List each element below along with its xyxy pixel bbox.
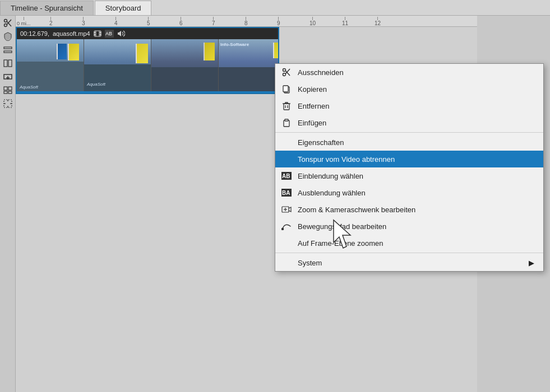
svg-rect-13 bbox=[8, 87, 12, 90]
copy-icon bbox=[281, 85, 292, 94]
scissors-icon bbox=[281, 68, 292, 77]
svg-rect-12 bbox=[4, 91, 7, 94]
menu-item-fade-out[interactable]: BA Ausblendung wählen bbox=[275, 184, 543, 201]
svg-rect-40 bbox=[285, 119, 288, 121]
svg-point-48 bbox=[282, 228, 284, 230]
fade-out-icon: BA bbox=[281, 189, 292, 197]
add-track-button[interactable] bbox=[2, 71, 14, 83]
menu-item-system[interactable]: System ▶ bbox=[275, 254, 543, 271]
toolbar-left bbox=[0, 16, 16, 392]
menu-item-frame-zoom[interactable]: Auf Frame-Ebene zoomen bbox=[275, 235, 543, 251]
protect-tool-button[interactable] bbox=[2, 30, 14, 43]
submenu-arrow-icon: ▶ bbox=[529, 259, 534, 267]
svg-rect-7 bbox=[8, 60, 12, 67]
menu-divider-2 bbox=[275, 253, 543, 253]
clip-timecode: 00:12.679, bbox=[20, 30, 49, 37]
menu-item-properties[interactable]: Eigenschaften bbox=[275, 134, 543, 151]
menu-item-remove[interactable]: Entfernen bbox=[275, 97, 543, 114]
clip-header: 00:12.679, aquasoft.mp4 AB bbox=[17, 28, 278, 39]
menu-item-zoom-camera[interactable]: Zoom & Kameraschwenk bearbeiten bbox=[275, 201, 543, 218]
video-clip[interactable]: 00:12.679, aquasoft.mp4 AB bbox=[16, 27, 279, 94]
clip-filename: aquasoft.mp4 bbox=[53, 30, 90, 37]
layer-button[interactable] bbox=[2, 84, 14, 96]
svg-rect-21 bbox=[94, 32, 95, 33]
clip-thumb-1: AquaSoft bbox=[17, 39, 84, 94]
svg-text:AB: AB bbox=[105, 31, 112, 36]
svg-point-1 bbox=[4, 24, 7, 27]
svg-rect-35 bbox=[284, 104, 289, 110]
clip-thumb-4: Info-Software bbox=[219, 39, 278, 94]
svg-rect-23 bbox=[100, 32, 101, 33]
svg-rect-22 bbox=[94, 34, 95, 35]
svg-rect-5 bbox=[4, 51, 12, 53]
motion-path-icon bbox=[281, 222, 292, 230]
scissors-tool-button[interactable] bbox=[2, 17, 14, 29]
svg-rect-6 bbox=[4, 60, 7, 67]
svg-point-0 bbox=[4, 20, 7, 22]
tab-bar: Timeline - Spuransicht Storyboard bbox=[0, 0, 550, 16]
track-tool-2-button[interactable] bbox=[2, 57, 14, 69]
menu-item-cut[interactable]: Ausschneiden bbox=[275, 64, 543, 81]
menu-item-detach-audio[interactable]: Tonspur vom Video abtrennen bbox=[275, 151, 543, 167]
svg-rect-11 bbox=[4, 87, 7, 90]
trash-icon bbox=[281, 101, 292, 110]
svg-rect-34 bbox=[283, 86, 288, 92]
svg-text:AB: AB bbox=[282, 173, 290, 179]
timeline-container: 0 mi... 2 3 4 5 6 7 8 9 10 11 12 00:12.6… bbox=[0, 16, 550, 392]
paste-icon bbox=[281, 118, 292, 127]
clip-thumbnails: AquaSoft AquaSoft bbox=[17, 39, 278, 94]
context-menu: Ausschneiden Kopieren bbox=[275, 63, 544, 272]
svg-rect-24 bbox=[100, 34, 101, 35]
clip-thumb-3 bbox=[151, 39, 219, 94]
menu-item-copy[interactable]: Kopieren bbox=[275, 81, 543, 97]
fade-in-icon: AB bbox=[281, 172, 292, 180]
tab-timeline[interactable]: Timeline - Spuransicht bbox=[0, 1, 94, 15]
svg-text:BA: BA bbox=[282, 190, 290, 196]
select-button[interactable] bbox=[2, 97, 14, 110]
track-tool-1-button[interactable] bbox=[2, 44, 14, 56]
svg-rect-14 bbox=[8, 91, 12, 94]
menu-divider-1 bbox=[275, 132, 543, 133]
zoom-camera-icon bbox=[281, 206, 292, 213]
svg-point-29 bbox=[283, 69, 286, 72]
menu-item-fade-in[interactable]: AB Einblendung wählen bbox=[275, 167, 543, 184]
svg-rect-4 bbox=[4, 47, 12, 49]
clip-thumb-2: AquaSoft bbox=[84, 39, 151, 94]
menu-item-paste[interactable]: Einfügen bbox=[275, 114, 543, 131]
svg-point-30 bbox=[283, 73, 286, 76]
tab-storyboard[interactable]: Storyboard bbox=[95, 1, 152, 15]
menu-item-motion-path[interactable]: Bewegungspfad bearbeiten bbox=[275, 218, 543, 235]
timeline-ruler: 0 mi... 2 3 4 5 6 7 8 9 10 11 12 bbox=[16, 16, 477, 27]
